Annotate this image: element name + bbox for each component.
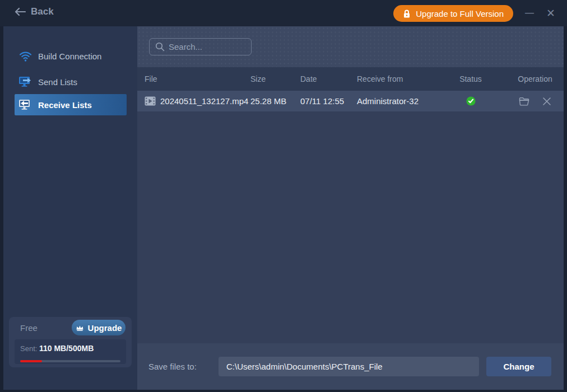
sidebar-item-label: Receive Lists xyxy=(38,100,92,110)
folder-icon xyxy=(519,96,530,106)
operation-cell xyxy=(499,91,567,111)
search-section xyxy=(137,26,564,67)
wifi-icon xyxy=(18,50,32,62)
quota-text: Sent: 110 MB/500MB xyxy=(20,344,94,353)
table-header: File Size Date Receive from Status Opera… xyxy=(137,67,564,91)
status-success-icon xyxy=(466,96,476,106)
sent-value: 110 MB/500MB xyxy=(39,344,94,353)
main-panel: File Size Date Receive from Status Opera… xyxy=(137,26,564,390)
table-empty-area xyxy=(137,111,564,370)
close-icon: ✕ xyxy=(546,7,555,20)
title-bar: Back Upgrade to Full Version — ✕ xyxy=(0,0,567,26)
lock-icon xyxy=(403,10,411,18)
monitor-send-icon xyxy=(18,76,32,88)
quota-box: Sent: 110 MB/500MB xyxy=(15,339,126,364)
column-header-file: File xyxy=(145,67,157,91)
column-header-status: Status xyxy=(445,67,496,91)
minimize-icon: — xyxy=(525,8,534,18)
sent-label: Sent: xyxy=(20,344,37,353)
quota-progress-fill xyxy=(20,360,42,362)
change-path-button[interactable]: Change xyxy=(486,357,551,376)
date-cell: 07/11 12:55 xyxy=(300,91,344,111)
column-header-operation: Operation xyxy=(499,67,567,91)
search-icon xyxy=(155,42,165,52)
plan-card: Free Upgrade Sent: 110 MB/500MB xyxy=(9,317,132,367)
upgrade-pill-label: Upgrade to Full Version xyxy=(416,9,504,18)
close-button[interactable]: ✕ xyxy=(542,4,559,21)
monitor-receive-icon xyxy=(18,99,32,111)
back-label: Back xyxy=(31,6,54,17)
table-row[interactable]: 20240511_132127.mp4 25.28 MB 07/11 12:55… xyxy=(137,91,564,111)
upgrade-button-label: Upgrade xyxy=(88,323,122,333)
save-path-input[interactable] xyxy=(219,357,479,376)
sidebar-item-send-lists[interactable]: Send Lists xyxy=(3,71,137,92)
search-box xyxy=(149,38,252,55)
file-name: 20240511_132127.mp4 xyxy=(160,96,248,106)
video-file-icon xyxy=(145,96,156,106)
column-header-date: Date xyxy=(300,67,317,91)
status-cell xyxy=(445,91,496,111)
column-header-size: Size xyxy=(250,67,266,91)
sidebar-item-label: Build Connection xyxy=(38,52,101,61)
save-location-bar: Save files to: Change xyxy=(137,343,564,390)
delete-x-icon xyxy=(542,97,551,106)
receive-from-cell: Administrator-32 xyxy=(357,91,419,111)
save-files-to-label: Save files to: xyxy=(148,362,197,371)
back-arrow-icon xyxy=(15,7,26,16)
search-input[interactable] xyxy=(150,39,251,55)
upgrade-full-version-button[interactable]: Upgrade to Full Version xyxy=(393,5,513,22)
plan-tier-label: Free xyxy=(20,323,38,333)
sidebar-item-label: Send Lists xyxy=(38,77,77,87)
crown-icon xyxy=(76,324,84,332)
delete-button[interactable] xyxy=(542,97,551,106)
sidebar-item-receive-lists[interactable]: Receive Lists xyxy=(15,94,127,115)
back-button[interactable]: Back xyxy=(15,6,54,17)
file-cell: 20240511_132127.mp4 xyxy=(145,91,248,111)
open-folder-button[interactable] xyxy=(519,96,530,106)
sidebar: Build Connection Send Lists xyxy=(3,26,137,390)
app-window: Back Upgrade to Full Version — ✕ xyxy=(0,0,567,392)
upgrade-button[interactable]: Upgrade xyxy=(72,320,126,335)
sidebar-item-build-connection[interactable]: Build Connection xyxy=(3,45,137,67)
quota-progress-track xyxy=(20,360,120,362)
minimize-button[interactable]: — xyxy=(521,4,538,21)
size-cell: 25.28 MB xyxy=(250,91,286,111)
column-header-receive-from: Receive from xyxy=(357,67,403,91)
